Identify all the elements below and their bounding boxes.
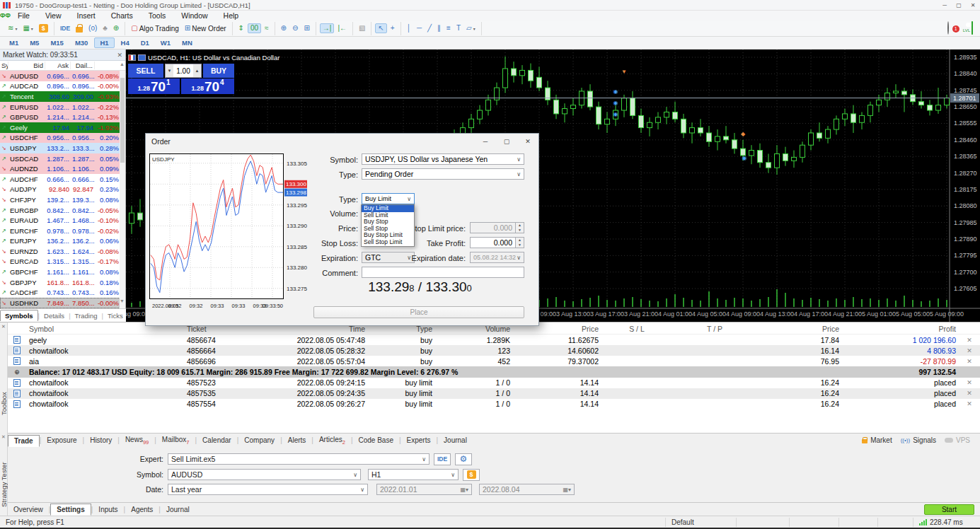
close-position-icon[interactable]: ✕ — [959, 400, 980, 407]
market-watch-row[interactable]: ↘GBPJPY161.8...161.8...0.18% — [0, 277, 120, 288]
table-row[interactable]: chowtaifook48566642022.08.05 05:28:32buy… — [8, 345, 980, 356]
volume-value[interactable]: 1.00 — [173, 64, 193, 77]
symbol-properties-button[interactable]: $ — [463, 469, 480, 481]
toolbox-vertical-label[interactable]: Toolbox — [0, 379, 8, 429]
market-watch-scrollbar[interactable] — [120, 71, 125, 308]
broadcast-icon[interactable]: (o) — [86, 24, 99, 33]
timeframe-m1[interactable]: M1 — [4, 38, 23, 47]
buy-button[interactable]: BUY — [203, 64, 234, 78]
market-watch-row[interactable]: ↘AUDUSD0.696...0.696...-0.08% — [0, 71, 120, 81]
vertical-line-icon[interactable]: │ — [405, 24, 413, 33]
market-watch-tab-details[interactable]: Details — [40, 310, 69, 321]
bars-icon[interactable]: ⇕ — [236, 24, 246, 33]
menu-window[interactable]: Window — [173, 11, 215, 20]
expand-icon[interactable]: ⊕ — [8, 368, 26, 376]
tab-history[interactable]: History — [84, 435, 117, 446]
table-row[interactable]: geely48566742022.08.05 05:47:48buy1.289K… — [8, 335, 980, 345]
order-kind-select[interactable]: Pending Order∨ — [362, 168, 524, 180]
connection-status-icon[interactable]: LVL — [963, 22, 973, 35]
timeframe-m5[interactable]: M5 — [25, 38, 44, 47]
signals-button[interactable]: ((•))Signals — [901, 436, 936, 444]
column-header-profit[interactable]: Profit — [842, 325, 959, 333]
timeframe-h1[interactable]: H1 — [94, 37, 114, 48]
market-watch-row[interactable]: ↘AUDJPY92.84092.8470.23% — [0, 185, 120, 195]
zoom-out-icon[interactable]: ⊖ — [290, 24, 300, 33]
market-watch-row[interactable]: ↗USDCHF0.956...0.956...0.20% — [0, 133, 120, 144]
web-terminal-icon[interactable]: ⊕ — [111, 24, 121, 33]
order-dialog-titlebar[interactable]: Order ─▢✕ — [146, 134, 538, 149]
stop-limit-spinner[interactable]: ▲▼ — [516, 222, 524, 233]
market-button[interactable]: Market — [862, 436, 892, 444]
stop-limit-price-field[interactable]: 0.000 — [470, 222, 516, 233]
market-watch-row[interactable]: ↘CHFJPY139.2...139.3...0.08% — [0, 194, 120, 205]
expert-select[interactable]: Sell Limit.ex5∨ — [168, 453, 430, 465]
tab-calendar[interactable]: Calendar — [197, 435, 237, 446]
metaeditor-ide-button[interactable]: IDE — [58, 24, 72, 33]
market-depth-icon[interactable]: $ — [37, 23, 50, 33]
timeframe-mn[interactable]: MN — [177, 38, 197, 47]
close-icon[interactable]: ✕ — [117, 52, 122, 59]
close-icon[interactable]: ✕ — [517, 138, 538, 145]
tile-windows-icon[interactable]: ⊞ — [301, 24, 311, 33]
cursor-icon[interactable]: ↖ — [375, 23, 386, 33]
close-icon[interactable]: ✕ — [1, 434, 6, 440]
zoom-in-icon[interactable]: ⊕ — [279, 24, 289, 33]
tester-tab-inputs[interactable]: Inputs — [93, 504, 123, 515]
market-watch-row[interactable]: ↗EURGBP0.842...0.842...-0.05% — [0, 205, 120, 216]
close-position-icon[interactable]: ✕ — [959, 379, 980, 386]
market-watch-row[interactable]: ↘USDHKD7.849...7.850...-0.00% — [0, 298, 120, 308]
market-watch-row[interactable]: ↗Geely17.9417.94-1.92% — [0, 122, 120, 133]
menu-insert[interactable]: Insert — [69, 11, 103, 20]
tab-articles[interactable]: Articles2 — [313, 434, 351, 447]
close-position-icon[interactable]: ✕ — [959, 347, 980, 354]
market-watch-row[interactable]: ↗EURJPY136.2...136.2...0.06% — [0, 236, 120, 247]
tab-company[interactable]: Company — [238, 435, 280, 446]
bid-price[interactable]: 1.28701 — [128, 79, 180, 94]
market-watch-row[interactable]: ↗Tencent308.60309.00-0.93% — [0, 91, 120, 102]
shapes-icon[interactable]: ▱▾ — [464, 24, 478, 33]
indicator-window-icon[interactable]: ▦▾ — [21, 24, 35, 33]
search-icon[interactable] — [947, 22, 949, 35]
scroll-up-icon[interactable]: ▲ — [120, 62, 125, 66]
maximize-icon[interactable]: ▢ — [496, 138, 517, 145]
timeframe-h4[interactable]: H4 — [116, 38, 134, 47]
dropdown-option[interactable]: Buy Stop — [362, 219, 414, 226]
market-watch-row[interactable]: ↘EURNZD1.623...1.624...-0.08% — [0, 246, 120, 257]
market-watch-tab-symbols[interactable]: Symbols — [0, 310, 38, 321]
column-header-bid[interactable]: Bid — [8, 62, 45, 69]
date-range-select[interactable]: Last year∨ — [168, 484, 368, 495]
minimize-icon[interactable]: ─ — [475, 138, 496, 145]
dropdown-option[interactable]: Buy Stop Limit — [362, 232, 414, 239]
column-header-price[interactable]: Price — [757, 325, 842, 333]
tester-tab-settings[interactable]: Settings — [50, 504, 91, 516]
menu-tools[interactable]: Tools — [141, 11, 174, 20]
market-watch-row[interactable]: ↗EURAUD1.467...1.468...-0.10% — [0, 215, 120, 226]
table-row[interactable]: chowtaifook48575542022.08.05 09:26:27buy… — [8, 399, 980, 409]
minimize-icon[interactable]: ─ — [938, 2, 952, 8]
pending-type-select[interactable]: Buy Limit∨ — [362, 193, 415, 204]
status-profile[interactable]: Default — [665, 518, 736, 527]
tester-tab-journal[interactable]: Journal — [161, 504, 195, 515]
start-button[interactable]: Start — [924, 504, 974, 515]
column-header-tp[interactable]: T / P — [672, 325, 757, 333]
community-icon[interactable]: ♣ — [100, 24, 110, 33]
period-select[interactable]: H1∨ — [368, 469, 459, 480]
chart-shift-icon[interactable]: |← — [335, 24, 349, 33]
menu-help[interactable]: Help — [216, 11, 247, 20]
screenshot-icon[interactable]: ▧ — [357, 24, 367, 33]
menu-charts[interactable]: Charts — [103, 11, 141, 20]
tab-journal[interactable]: Journal — [438, 435, 473, 446]
fibonacci-icon[interactable]: ≡ — [444, 24, 453, 33]
candles-icon[interactable]: 00 — [248, 23, 261, 33]
tab-exposure[interactable]: Exposure — [41, 435, 82, 446]
channel-icon[interactable]: ∥ — [435, 24, 443, 33]
menu-file[interactable]: File — [10, 11, 38, 20]
dropdown-option[interactable]: Sell Stop — [362, 226, 414, 233]
tab-experts[interactable]: Experts — [401, 435, 437, 446]
market-watch-row[interactable]: ↗GBPUSD1.214...1.214...-0.13% — [0, 112, 120, 122]
tab-mailbox[interactable]: Mailbox7 — [156, 434, 195, 447]
dropdown-option[interactable]: Sell Limit — [362, 212, 414, 219]
column-header-dail[interactable]: Dail... — [71, 62, 95, 69]
horizontal-line-icon[interactable]: ─ — [415, 24, 424, 33]
sell-button[interactable]: SELL — [128, 64, 163, 78]
